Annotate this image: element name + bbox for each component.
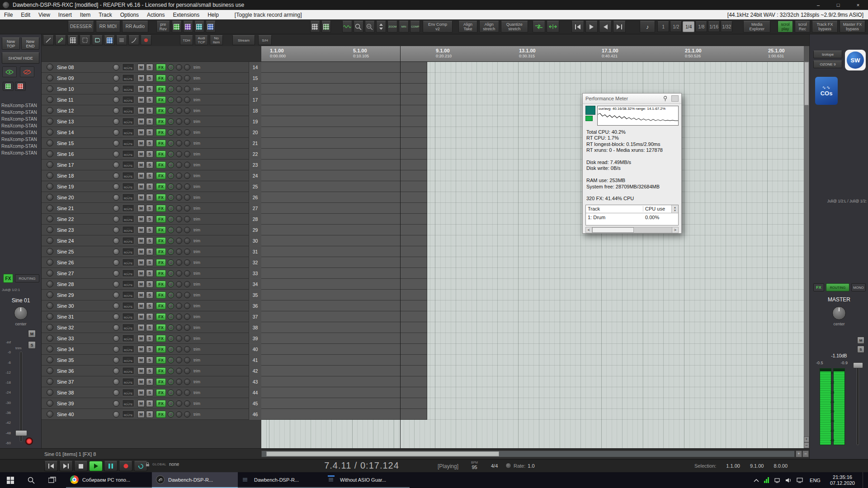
record-arm-button[interactable] bbox=[47, 216, 53, 222]
pan-env-button[interactable] bbox=[184, 162, 190, 168]
stop-button[interactable] bbox=[74, 461, 88, 471]
route-button[interactable]: ··· ROUTE bbox=[122, 313, 134, 320]
record-arm-button[interactable] bbox=[47, 226, 53, 233]
track-lane[interactable] bbox=[261, 376, 804, 387]
master-mono-button[interactable]: MONO bbox=[851, 283, 866, 291]
track-lane[interactable] bbox=[261, 290, 804, 300]
show-desktop-button[interactable] bbox=[863, 472, 865, 488]
mute-button[interactable]: M bbox=[137, 248, 145, 255]
env-button[interactable] bbox=[176, 162, 182, 168]
solo-button[interactable]: S bbox=[146, 335, 153, 342]
fx-cpu-table-header[interactable]: Track CPU use ▲ ▼ bbox=[586, 205, 678, 213]
play-position-display[interactable]: 7.4.11 / 0:17.124 bbox=[289, 460, 434, 471]
env-button[interactable] bbox=[176, 183, 182, 190]
fx-button[interactable]: FX bbox=[156, 183, 166, 190]
env-button[interactable] bbox=[176, 249, 182, 255]
pan-env-button[interactable] bbox=[184, 129, 190, 136]
mute-button[interactable]: M bbox=[137, 129, 145, 136]
minimize-button[interactable]: – bbox=[808, 0, 828, 10]
mute-button[interactable]: M bbox=[137, 118, 145, 125]
fx-chain-item[interactable]: ReaXcomp-STAN bbox=[1, 102, 41, 109]
mixer-view-icon[interactable] bbox=[321, 21, 331, 33]
volume-knob[interactable] bbox=[113, 324, 119, 331]
track-lane[interactable] bbox=[261, 160, 804, 170]
menu-item[interactable]: Edit bbox=[17, 12, 34, 18]
fx-button[interactable]: FX bbox=[156, 324, 166, 331]
audio-item[interactable] bbox=[261, 105, 427, 116]
track-name[interactable]: Sine 36 bbox=[57, 368, 100, 374]
env-button[interactable] bbox=[176, 346, 182, 352]
perf-table-row[interactable]: 1: Drum 0.00% bbox=[586, 213, 678, 221]
record-arm-button[interactable] bbox=[47, 161, 53, 168]
env-button[interactable] bbox=[176, 108, 182, 114]
cos-logo-tile[interactable]: ∿∿ COs bbox=[815, 77, 838, 105]
volume-knob[interactable] bbox=[113, 118, 119, 125]
record-arm-button[interactable] bbox=[47, 248, 53, 255]
pan-env-button[interactable] bbox=[184, 400, 190, 407]
volume-knob[interactable] bbox=[113, 314, 119, 320]
audio-item[interactable] bbox=[261, 398, 427, 409]
mute-button[interactable]: M bbox=[28, 330, 36, 338]
track-lane[interactable] bbox=[261, 94, 804, 105]
vertical-scrollbar-thumb[interactable] bbox=[804, 62, 809, 105]
audio-item[interactable] bbox=[261, 257, 427, 268]
sm-grid-teal-icon[interactable] bbox=[194, 21, 204, 33]
performance-meter-titlebar[interactable]: Performance Meter bbox=[583, 94, 681, 104]
column-track[interactable]: Track bbox=[586, 206, 643, 211]
pan-env-button[interactable] bbox=[184, 75, 190, 81]
solo-button[interactable]: S bbox=[146, 161, 153, 169]
pan-env-button[interactable] bbox=[184, 97, 190, 103]
grid-division-button[interactable]: 1/8 bbox=[695, 21, 707, 32]
mute-button[interactable]: M bbox=[137, 291, 145, 299]
track-lane[interactable] bbox=[261, 398, 804, 409]
record-arm-button[interactable] bbox=[47, 346, 53, 352]
record-arm-button[interactable] bbox=[47, 150, 53, 157]
track-lane[interactable] bbox=[261, 268, 804, 279]
stretch-arrows-green-icon[interactable] bbox=[547, 21, 559, 33]
env-button[interactable] bbox=[176, 118, 182, 125]
solo-button[interactable]: S bbox=[146, 411, 153, 418]
fx-enable-button[interactable] bbox=[168, 129, 174, 136]
mute-button[interactable]: M bbox=[137, 64, 145, 71]
mute-button[interactable]: M bbox=[137, 85, 145, 93]
wave-envelope-icon[interactable] bbox=[342, 21, 352, 33]
fx-button[interactable]: FX bbox=[3, 274, 13, 283]
track-panel[interactable]: Sine 15 ··· ROUTE M S FX trim 21 bbox=[42, 138, 261, 149]
fx-button[interactable]: FX bbox=[156, 194, 166, 201]
perf-horizontal-scrollbar[interactable]: < > bbox=[585, 227, 679, 233]
volume-knob[interactable] bbox=[113, 411, 119, 418]
track-panel[interactable]: Sine 13 ··· ROUTE M S FX trim 19 bbox=[42, 116, 261, 127]
record-arm-button[interactable] bbox=[47, 183, 53, 190]
volume-knob[interactable] bbox=[113, 216, 119, 222]
audio-item[interactable] bbox=[261, 116, 427, 127]
solo-button[interactable]: S bbox=[146, 129, 153, 136]
pan-env-button[interactable] bbox=[184, 140, 190, 146]
show-fx-chains-icon[interactable] bbox=[3, 82, 14, 91]
track-name[interactable]: Sine 31 bbox=[57, 314, 100, 319]
fx-enable-button[interactable] bbox=[168, 194, 174, 201]
fx-chain-item[interactable]: ReaXcomp-STAN bbox=[1, 136, 41, 143]
pan-env-button[interactable] bbox=[184, 64, 190, 70]
audi-tcp-button[interactable]: Audi TCP bbox=[195, 35, 208, 45]
volume-knob[interactable] bbox=[113, 183, 119, 190]
route-button[interactable]: ··· ROUTE bbox=[122, 389, 134, 396]
global-automation[interactable]: GLOBAL none bbox=[146, 462, 179, 467]
fx-button[interactable]: FX bbox=[156, 150, 166, 158]
track-lane[interactable] bbox=[261, 311, 804, 322]
pause-button[interactable] bbox=[104, 461, 118, 471]
track-lane[interactable] bbox=[261, 214, 804, 225]
fx-button[interactable]: FX bbox=[156, 248, 166, 255]
grid-division-button[interactable]: 1/2 bbox=[670, 21, 682, 32]
master-hardware-output-label[interactable]: Juli@ 1/2:L / Juli@ 1/2: bbox=[810, 199, 867, 203]
track-panel[interactable]: Sine 24 ··· ROUTE M S FX trim 30 bbox=[42, 235, 261, 246]
start-button[interactable] bbox=[0, 472, 21, 488]
record-arm-button[interactable] bbox=[47, 389, 53, 396]
tray-speaker-icon[interactable] bbox=[785, 478, 792, 483]
env-button[interactable] bbox=[176, 205, 182, 211]
master-pan-knob[interactable] bbox=[832, 306, 846, 320]
record-arm-button[interactable] bbox=[47, 335, 53, 342]
volume-knob[interactable] bbox=[113, 129, 119, 136]
fx-enable-button[interactable] bbox=[168, 292, 174, 298]
mute-button[interactable]: M bbox=[137, 324, 145, 331]
volume-knob[interactable] bbox=[113, 259, 119, 266]
